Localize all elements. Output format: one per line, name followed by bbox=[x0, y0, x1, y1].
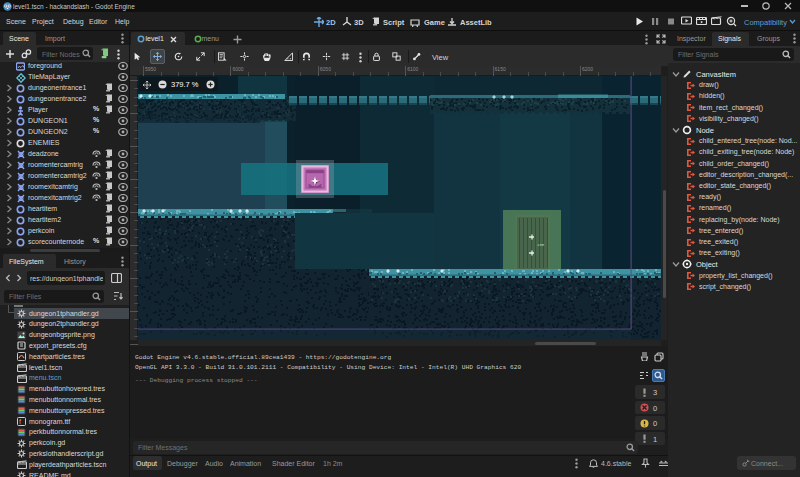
svg-text:f: f bbox=[19, 418, 21, 425]
svg-text:100: 100 bbox=[537, 243, 545, 247]
